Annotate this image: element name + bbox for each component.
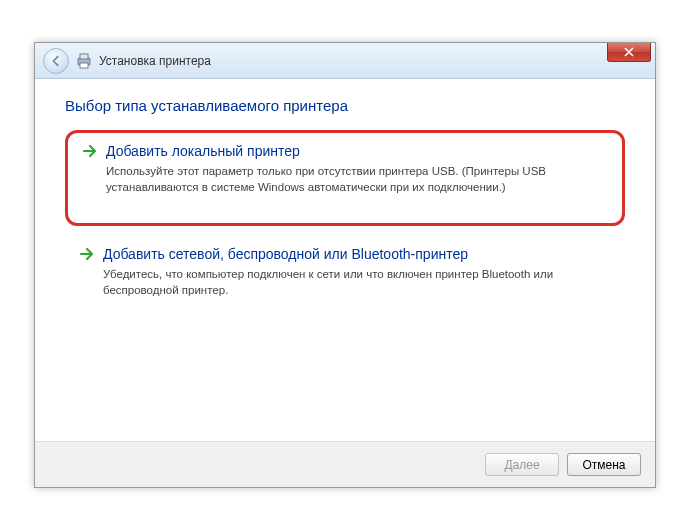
close-button[interactable]: [607, 43, 651, 62]
next-button[interactable]: Далее: [485, 453, 559, 476]
arrow-right-icon: [79, 246, 95, 262]
wizard-window: Установка принтера Выбор типа устанавлив…: [34, 42, 656, 488]
option-add-network-printer[interactable]: Добавить сетевой, беспроводной или Bluet…: [65, 236, 625, 312]
cancel-button[interactable]: Отмена: [567, 453, 641, 476]
option-title: Добавить локальный принтер: [106, 143, 300, 159]
footer: Далее Отмена: [35, 441, 655, 487]
option-head: Добавить локальный принтер: [82, 143, 608, 159]
printer-icon: [75, 52, 93, 70]
page-heading: Выбор типа устанавливаемого принтера: [65, 97, 625, 114]
svg-rect-1: [80, 54, 88, 59]
titlebar: Установка принтера: [35, 43, 655, 79]
titlebar-title: Установка принтера: [99, 54, 211, 68]
close-icon: [624, 47, 634, 57]
option-description: Используйте этот параметр только при отс…: [106, 163, 608, 195]
option-title: Добавить сетевой, беспроводной или Bluet…: [103, 246, 468, 262]
content-area: Выбор типа устанавливаемого принтера Доб…: [35, 79, 655, 441]
svg-rect-2: [80, 63, 88, 68]
option-description: Убедитесь, что компьютер подключен к сет…: [103, 266, 611, 298]
arrow-right-icon: [82, 143, 98, 159]
back-button[interactable]: [43, 48, 69, 74]
option-head: Добавить сетевой, беспроводной или Bluet…: [79, 246, 611, 262]
option-add-local-printer[interactable]: Добавить локальный принтер Используйте э…: [65, 130, 625, 226]
back-arrow-icon: [49, 54, 63, 68]
